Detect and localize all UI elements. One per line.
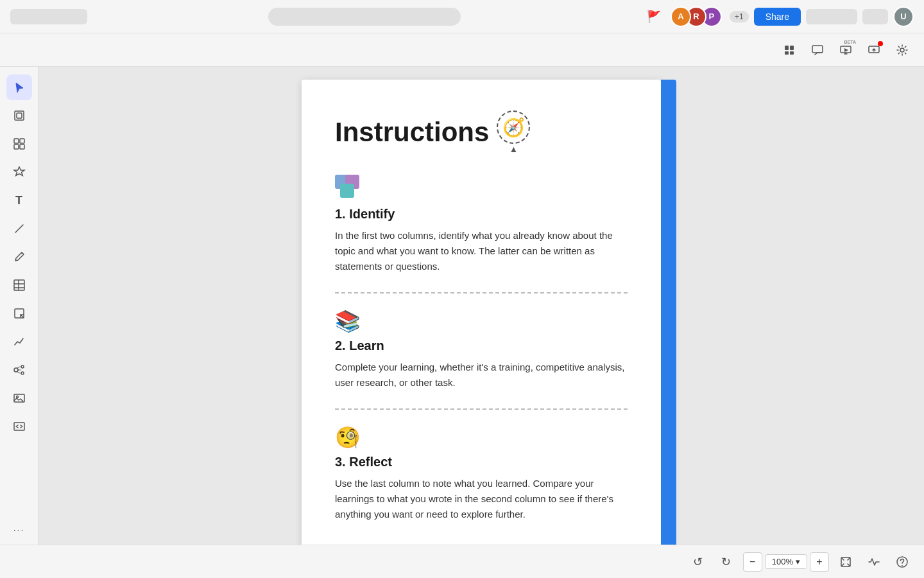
notification-dot: [878, 41, 883, 46]
svg-point-25: [16, 396, 18, 398]
section-2-heading: 2. Learn: [335, 338, 628, 353]
section-identify: 1. Identify In the first two columns, id…: [335, 175, 628, 274]
beta-label: BETA: [844, 40, 856, 44]
document-page: Instructions 🧭 ▲ 1. Id: [302, 80, 661, 545]
user-avatar[interactable]: U: [893, 6, 914, 27]
fit-page-button[interactable]: [834, 550, 857, 574]
frames-tool[interactable]: [6, 103, 32, 128]
share-button[interactable]: Share: [754, 8, 801, 26]
top-bar-center: [87, 8, 642, 26]
components-tool[interactable]: [6, 131, 32, 157]
svg-rect-9: [15, 111, 24, 120]
section-1-heading: 1. Identify: [335, 207, 628, 222]
search-bar[interactable]: [268, 8, 461, 26]
section-1-body: In the first two columns, identify what …: [335, 228, 628, 274]
undo-button[interactable]: ↺: [687, 550, 710, 574]
line-tool[interactable]: [6, 216, 32, 241]
overflow-badge[interactable]: +1: [730, 11, 749, 22]
section-3-heading: 3. Reflect: [335, 455, 628, 469]
section-learn: 📚 2. Learn Complete your learning, wheth…: [335, 309, 628, 390]
toolbar: BETA: [0, 33, 924, 67]
help-button[interactable]: [891, 550, 914, 574]
svg-point-8: [900, 48, 904, 52]
pages-icon[interactable]: [778, 39, 801, 62]
svg-rect-12: [20, 139, 24, 143]
text-tool[interactable]: T: [6, 188, 32, 213]
embed-tool[interactable]: [6, 414, 32, 439]
select-tool[interactable]: [6, 74, 32, 100]
top-bar-right: 🚩 A R P +1 Share U: [642, 5, 914, 28]
redo-button[interactable]: ↻: [715, 550, 738, 574]
zoom-dropdown-icon: ▾: [796, 557, 800, 566]
svg-rect-0: [785, 46, 789, 50]
breadcrumb[interactable]: [10, 9, 87, 24]
svg-point-23: [21, 372, 24, 374]
bottom-bar: ↺ ↻ − 100% ▾ +: [0, 545, 924, 578]
section-reflect: 🧐 3. Reflect Use the last column to note…: [335, 425, 628, 522]
star-tool[interactable]: [6, 159, 32, 185]
top-bar-left: [10, 9, 87, 24]
flag-icon[interactable]: 🚩: [642, 5, 665, 28]
section-2-body: Complete your learning, whether it's a t…: [335, 360, 628, 390]
more-tools[interactable]: ...: [6, 519, 32, 537]
svg-rect-3: [790, 51, 794, 55]
sticky-tool[interactable]: [6, 301, 32, 326]
present-beta-icon[interactable]: BETA: [834, 39, 857, 62]
svg-rect-10: [17, 113, 22, 118]
share-screen-icon[interactable]: [862, 39, 886, 62]
svg-rect-4: [812, 46, 823, 53]
compass-arrow: ▲: [509, 144, 518, 154]
avatar-1[interactable]: A: [671, 6, 691, 27]
main-layout: T: [0, 67, 924, 545]
svg-point-29: [902, 565, 903, 566]
divider-2: [335, 408, 628, 410]
pencil-tool[interactable]: [6, 244, 32, 270]
document-title: Instructions 🧭 ▲: [335, 110, 628, 154]
activity-button[interactable]: [862, 550, 886, 574]
zoom-out-button[interactable]: −: [743, 552, 762, 572]
svg-rect-2: [785, 51, 789, 55]
svg-line-15: [15, 225, 23, 232]
learn-icon: 📚: [335, 309, 628, 333]
title-text: Instructions: [335, 117, 489, 148]
section-3-body: Use the last column to note what you lea…: [335, 476, 628, 522]
settings-icon[interactable]: [891, 39, 914, 62]
image-tool[interactable]: [6, 385, 32, 411]
svg-rect-1: [790, 46, 794, 50]
svg-rect-13: [14, 144, 19, 149]
zoom-level[interactable]: 100% ▾: [765, 554, 807, 569]
compass-circle: 🧭: [497, 110, 530, 144]
top-bar-more: [862, 9, 888, 24]
reflect-icon: 🧐: [335, 425, 628, 450]
table-tool[interactable]: [6, 272, 32, 298]
svg-rect-16: [14, 280, 24, 290]
identify-icon: [335, 175, 628, 200]
svg-rect-14: [20, 144, 24, 149]
svg-point-22: [21, 365, 24, 368]
canvas-area[interactable]: Instructions 🧭 ▲ 1. Id: [38, 67, 924, 545]
svg-marker-6: [844, 48, 848, 52]
left-sidebar: T: [0, 67, 38, 545]
chart-tool[interactable]: [6, 329, 32, 355]
flow-tool[interactable]: [6, 357, 32, 383]
comments-icon[interactable]: [806, 39, 829, 62]
svg-rect-11: [14, 139, 19, 143]
divider-1: [335, 292, 628, 293]
zoom-in-button[interactable]: +: [810, 552, 829, 572]
avatar-group: A R P: [671, 6, 722, 27]
top-bar-controls: [806, 9, 857, 24]
top-bar: 🚩 A R P +1 Share U: [0, 0, 924, 33]
compass-graphic: 🧭 ▲: [497, 110, 530, 154]
zoom-controls: − 100% ▾ +: [743, 552, 829, 572]
